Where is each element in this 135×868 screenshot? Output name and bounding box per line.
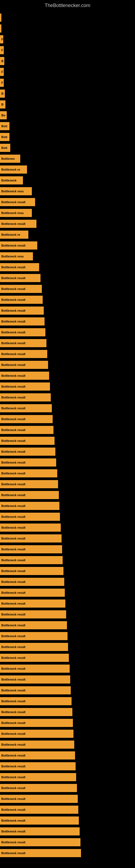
bar-label: F — [1, 70, 3, 73]
bar-row: Bottleneck result — [0, 381, 135, 392]
bar-label: Bottleneck result — [1, 396, 26, 399]
bar-row: Bottleneck result — [0, 425, 135, 435]
bar-row: Bottleneck re — [0, 164, 135, 175]
bar-label: Bottleneck result — [1, 602, 26, 605]
bar-label: Bottleneck result — [1, 483, 26, 486]
bar: Bottleneck result — [0, 447, 55, 456]
bar-row: Bottleneck result — [0, 219, 135, 229]
bar: Bottleneck re — [0, 165, 27, 174]
bar: Bottleneck result — [0, 589, 65, 597]
bar-label: Bottleneck resu — [1, 255, 24, 258]
bar: Bottleneck result — [0, 350, 47, 358]
bar: B — [0, 90, 5, 98]
bar: Bottleneck — [0, 176, 23, 184]
bar-label: Bottleneck result — [1, 309, 26, 312]
bar-label: Bottleneck result — [1, 819, 26, 822]
bar: Bottleneck result — [0, 741, 74, 749]
bar-row: Bottleneck result — [0, 598, 135, 609]
bar: Bottleneck result — [0, 263, 39, 271]
bar-label: Bottleneck result — [1, 363, 26, 367]
bar-label: Bottlenec — [1, 157, 15, 160]
bar-label: Bottleneck result — [1, 656, 26, 659]
bar-label: B — [1, 103, 3, 106]
bar-label: Bottleneck result — [1, 200, 26, 204]
bar-label: Bottleneck result — [1, 721, 26, 724]
bar-label: Bottleneck result — [1, 298, 26, 301]
bar-label: Bottleneck result — [1, 537, 26, 540]
bar-label: Bottleneck resu — [1, 190, 24, 193]
bar-row: Bottleneck result — [0, 653, 135, 663]
bar: Bottleneck result — [0, 328, 45, 336]
bar-label: Bottleneck result — [1, 352, 26, 355]
bar-row: Bottleneck result — [0, 284, 135, 294]
bar: Bottleneck result — [0, 285, 42, 293]
bar-row: Bottleneck result — [0, 837, 135, 847]
bar-row: Bottleneck result — [0, 522, 135, 533]
bar-row: Bottleneck resu — [0, 208, 135, 218]
bar: Bottleneck result — [0, 827, 80, 835]
bar: Bottleneck result — [0, 773, 76, 781]
bar-row: Bottleneck result — [0, 501, 135, 511]
bar: Bottleneck result — [0, 339, 46, 347]
bar: Bott — [0, 133, 9, 141]
bar: Bottleneck result — [0, 578, 64, 586]
bar: Bottleneck result — [0, 675, 70, 684]
bar-row: Bottleneck result — [0, 316, 135, 327]
bar-row: Bottleneck result — [0, 371, 135, 381]
bar-label: Bottleneck result — [1, 439, 26, 442]
bar-label: Bottleneck result — [1, 526, 26, 529]
bar-label: Bottleneck result — [1, 624, 26, 627]
bar: Bottleneck result — [0, 534, 61, 542]
bar-row: Bottleneck result — [0, 826, 135, 837]
bar-row: Bottleneck result — [0, 728, 135, 739]
bar-label: Bottleneck result — [1, 710, 26, 714]
bar: Bottleneck result — [0, 415, 53, 423]
bar-label: Bottleneck result — [1, 558, 26, 562]
bar-row — [0, 23, 135, 34]
bar-label: Bottleneck result — [1, 287, 26, 290]
bar: Bott — [0, 144, 10, 152]
bar-row: Bottleneck result — [0, 490, 135, 500]
bar: Bottleneck result — [0, 458, 56, 467]
bar-label: Bottleneck result — [1, 450, 26, 453]
bar-row: Bottleneck result — [0, 392, 135, 403]
bar: Bottleneck result — [0, 556, 63, 564]
bar: Bottleneck result — [0, 751, 75, 760]
bar-row: Bottleneck result — [0, 533, 135, 544]
bar: Bottleneck result — [0, 664, 70, 673]
bar-label: Bottleneck result — [1, 385, 26, 388]
bar-label: Bottleneck result — [1, 580, 26, 584]
bar-row: Bottleneck result — [0, 544, 135, 554]
site-title: TheBottlenecker.com — [0, 0, 135, 10]
bar-label: Bottleneck result — [1, 634, 26, 638]
bar-row: F — [0, 45, 135, 55]
bar: Bottleneck result — [0, 513, 60, 521]
bar-row — [0, 12, 135, 23]
bar-row: Bottleneck result — [0, 436, 135, 446]
bar-row: Bottleneck result — [0, 761, 135, 771]
bar-row: Bottleneck result — [0, 815, 135, 826]
bar: Bottleneck result — [0, 838, 81, 846]
bar: Bottleneck result — [0, 296, 43, 304]
bar: Bottleneck resu — [0, 252, 33, 260]
bar: Bottleneck result — [0, 426, 53, 434]
bar-row: Bottleneck result — [0, 566, 135, 576]
bar-row: Bottleneck result — [0, 360, 135, 370]
bar: Bo — [0, 111, 7, 119]
bar-label: Bottleneck result — [1, 786, 26, 789]
bar: Bottleneck result — [0, 404, 52, 412]
bar: Bottleneck result — [0, 795, 78, 803]
bar-row: Bott — [0, 143, 135, 153]
bar-label: F — [1, 38, 3, 41]
bar-label: Bottleneck result — [1, 276, 26, 280]
bar-label: Bottleneck result — [1, 472, 26, 475]
bar-row: Bottleneck result — [0, 479, 135, 489]
bar-label: Bottleneck result — [1, 754, 26, 757]
bar: Bottleneck result — [0, 491, 59, 499]
bar-label: Bottleneck result — [1, 613, 26, 616]
bar: Bottleneck result — [0, 686, 71, 694]
bar-label: Bottleneck result — [1, 493, 26, 497]
bar: Bottleneck result — [0, 437, 54, 445]
bar-row: B — [0, 99, 135, 110]
bar-label: Bottleneck result — [1, 407, 26, 410]
